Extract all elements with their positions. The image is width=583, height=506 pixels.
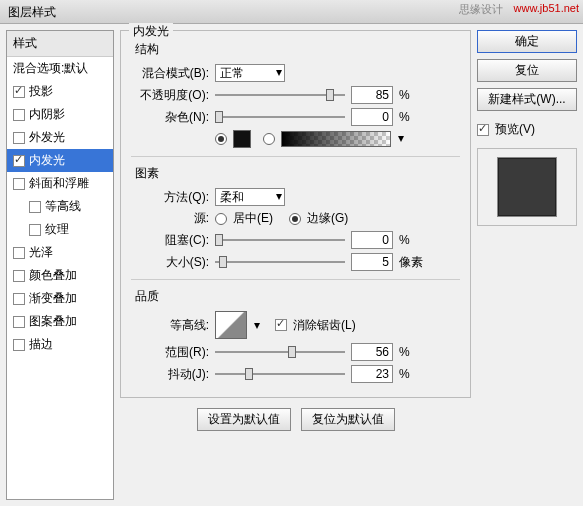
styles-panel: 样式 混合选项:默认 投影内阴影外发光内发光斜面和浮雕等高线纹理光泽颜色叠加渐变…	[6, 30, 114, 500]
style-checkbox[interactable]	[29, 224, 41, 236]
inner-glow-title: 内发光	[129, 23, 173, 40]
style-label: 斜面和浮雕	[29, 175, 89, 192]
style-checkbox[interactable]	[13, 270, 25, 282]
gradient-radio[interactable]	[263, 133, 275, 145]
unit-pct: %	[399, 367, 423, 381]
style-checkbox[interactable]	[13, 132, 25, 144]
jitter-label: 抖动(J):	[131, 366, 209, 383]
method-dropdown[interactable]: 柔和	[215, 188, 285, 206]
noise-input[interactable]	[351, 108, 393, 126]
right-panel: 确定 复位 新建样式(W)... 预览(V)	[477, 30, 577, 500]
style-label: 外发光	[29, 129, 65, 146]
structure-title: 结构	[135, 41, 460, 58]
opacity-input[interactable]	[351, 86, 393, 104]
noise-label: 杂色(N):	[131, 109, 209, 126]
source-center-label: 居中(E)	[233, 210, 273, 227]
method-label: 方法(Q):	[131, 189, 209, 206]
set-default-button[interactable]: 设置为默认值	[197, 408, 291, 431]
settings-panel: 内发光 结构 混合模式(B): 正常 不透明度(O): % 杂色(N): %	[120, 30, 471, 500]
style-checkbox[interactable]	[13, 109, 25, 121]
style-item-等高线[interactable]: 等高线	[7, 195, 113, 218]
choke-label: 阻塞(C):	[131, 232, 209, 249]
style-checkbox[interactable]	[13, 293, 25, 305]
style-label: 颜色叠加	[29, 267, 77, 284]
preview-checkbox[interactable]	[477, 124, 489, 136]
style-item-内发光[interactable]: 内发光	[7, 149, 113, 172]
style-label: 内阴影	[29, 106, 65, 123]
preview-label: 预览(V)	[495, 121, 535, 138]
style-label: 图案叠加	[29, 313, 77, 330]
range-slider[interactable]	[215, 343, 345, 361]
style-label: 描边	[29, 336, 53, 353]
blend-options-default[interactable]: 混合选项:默认	[7, 57, 113, 80]
jitter-input[interactable]	[351, 365, 393, 383]
style-item-光泽[interactable]: 光泽	[7, 241, 113, 264]
size-input[interactable]	[351, 253, 393, 271]
source-label: 源:	[131, 210, 209, 227]
choke-slider[interactable]	[215, 231, 345, 249]
blend-mode-label: 混合模式(B):	[131, 65, 209, 82]
jitter-slider[interactable]	[215, 365, 345, 383]
size-slider[interactable]	[215, 253, 345, 271]
color-swatch[interactable]	[233, 130, 251, 148]
style-label: 投影	[29, 83, 53, 100]
unit-px: 像素	[399, 254, 423, 271]
style-checkbox[interactable]	[13, 86, 25, 98]
source-center-radio[interactable]	[215, 213, 227, 225]
source-edge-radio[interactable]	[289, 213, 301, 225]
color-radio[interactable]	[215, 133, 227, 145]
noise-slider[interactable]	[215, 108, 345, 126]
style-item-颜色叠加[interactable]: 颜色叠加	[7, 264, 113, 287]
style-item-描边[interactable]: 描边	[7, 333, 113, 356]
style-checkbox[interactable]	[29, 201, 41, 213]
source-edge-label: 边缘(G)	[307, 210, 348, 227]
preview-area	[477, 148, 577, 226]
style-label: 光泽	[29, 244, 53, 261]
style-item-内阴影[interactable]: 内阴影	[7, 103, 113, 126]
range-label: 范围(R):	[131, 344, 209, 361]
style-item-纹理[interactable]: 纹理	[7, 218, 113, 241]
unit-pct: %	[399, 110, 423, 124]
range-input[interactable]	[351, 343, 393, 361]
watermark-text2: 思缘设计	[459, 2, 503, 17]
style-item-渐变叠加[interactable]: 渐变叠加	[7, 287, 113, 310]
style-item-图案叠加[interactable]: 图案叠加	[7, 310, 113, 333]
style-checkbox[interactable]	[13, 316, 25, 328]
style-label: 内发光	[29, 152, 65, 169]
element-title: 图素	[135, 165, 460, 182]
style-item-外发光[interactable]: 外发光	[7, 126, 113, 149]
style-list: 投影内阴影外发光内发光斜面和浮雕等高线纹理光泽颜色叠加渐变叠加图案叠加描边	[7, 80, 113, 356]
contour-label: 等高线:	[131, 317, 209, 334]
style-checkbox[interactable]	[13, 178, 25, 190]
opacity-label: 不透明度(O):	[131, 87, 209, 104]
quality-title: 品质	[135, 288, 460, 305]
unit-pct: %	[399, 88, 423, 102]
style-item-投影[interactable]: 投影	[7, 80, 113, 103]
reset-default-button[interactable]: 复位为默认值	[301, 408, 395, 431]
style-item-斜面和浮雕[interactable]: 斜面和浮雕	[7, 172, 113, 195]
antialias-checkbox[interactable]	[275, 319, 287, 331]
blend-mode-dropdown[interactable]: 正常	[215, 64, 285, 82]
unit-pct: %	[399, 233, 423, 247]
unit-pct: %	[399, 345, 423, 359]
style-checkbox[interactable]	[13, 247, 25, 259]
inner-glow-fieldset: 内发光 结构 混合模式(B): 正常 不透明度(O): % 杂色(N): %	[120, 30, 471, 398]
reset-button[interactable]: 复位	[477, 59, 577, 82]
style-label: 纹理	[45, 221, 69, 238]
opacity-slider[interactable]	[215, 86, 345, 104]
style-label: 等高线	[45, 198, 81, 215]
style-checkbox[interactable]	[13, 155, 25, 167]
dialog-body: 样式 混合选项:默认 投影内阴影外发光内发光斜面和浮雕等高线纹理光泽颜色叠加渐变…	[0, 24, 583, 506]
antialias-label: 消除锯齿(L)	[293, 317, 356, 334]
gradient-picker[interactable]	[281, 131, 391, 147]
contour-picker[interactable]	[215, 311, 247, 339]
style-label: 渐变叠加	[29, 290, 77, 307]
ok-button[interactable]: 确定	[477, 30, 577, 53]
style-checkbox[interactable]	[13, 339, 25, 351]
size-label: 大小(S):	[131, 254, 209, 271]
choke-input[interactable]	[351, 231, 393, 249]
watermark-text: www.jb51.net	[514, 2, 579, 14]
styles-header: 样式	[7, 31, 113, 57]
preview-thumbnail	[497, 157, 557, 217]
new-style-button[interactable]: 新建样式(W)...	[477, 88, 577, 111]
